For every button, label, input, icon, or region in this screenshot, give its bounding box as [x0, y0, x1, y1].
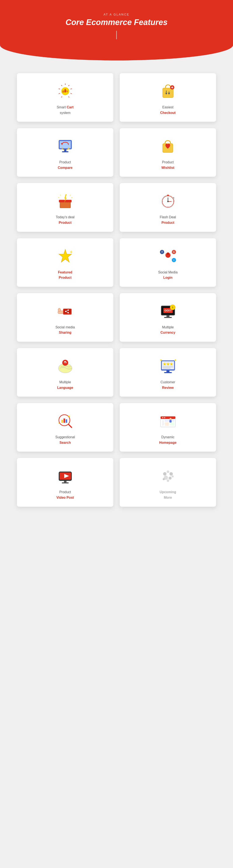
multiple-language-icon	[56, 356, 75, 376]
feature-card-social-login: f G t Social MediaLogin	[120, 238, 216, 287]
feature-card-upcoming-more: UpcomingMore	[120, 458, 216, 506]
svg-line-10	[61, 85, 62, 86]
svg-line-33	[58, 197, 59, 198]
feature-card-product-video: ProductVideo Post	[17, 458, 113, 506]
svg-rect-87	[166, 370, 169, 372]
customer-review-icon	[159, 356, 177, 376]
svg-point-125	[172, 475, 174, 477]
svg-line-6	[68, 96, 69, 97]
multiple-currency-label: MultipleCurrency	[160, 324, 175, 335]
svg-point-119	[167, 470, 169, 473]
svg-point-101	[164, 417, 165, 418]
svg-rect-110	[170, 422, 174, 426]
todays-deal-label: Today's dealProduct	[56, 214, 74, 225]
feature-card-flash-deal: Flash DealProduct	[120, 183, 216, 231]
svg-point-123	[167, 479, 169, 482]
svg-rect-92	[61, 420, 63, 423]
svg-rect-40	[167, 195, 169, 196]
svg-rect-13	[163, 88, 173, 98]
feature-card-featured-product: FeaturedProduct	[17, 238, 113, 287]
svg-marker-46	[59, 249, 72, 262]
svg-rect-117	[62, 483, 69, 484]
svg-line-32	[70, 195, 71, 196]
todays-deal-icon	[56, 191, 75, 211]
svg-point-120	[169, 472, 173, 475]
upcoming-more-label: UpcomingMore	[160, 489, 176, 500]
suggestional-search-icon	[56, 411, 75, 431]
feature-card-suggestional-search: SuggestionalSearch	[17, 403, 113, 452]
svg-rect-28	[60, 202, 70, 208]
feature-card-social-sharing: Social mediaSharing	[17, 293, 113, 342]
features-grid: BUY Smart Cartsystem	[0, 60, 233, 520]
svg-rect-25	[64, 149, 66, 151]
social-sharing-label: Social mediaSharing	[56, 324, 75, 335]
feature-card-customer-review: CustomerReview	[120, 348, 216, 397]
svg-rect-88	[164, 372, 172, 373]
svg-marker-90	[174, 359, 176, 361]
multiple-language-label: MultipleLanguage	[57, 379, 73, 390]
svg-text:$: $	[172, 306, 173, 309]
svg-rect-94	[66, 420, 67, 423]
svg-point-111	[169, 418, 172, 420]
product-wishlist-label: ProductWishlist	[161, 159, 174, 170]
feature-card-product-wishlist: ProductWishlist	[120, 128, 216, 177]
social-login-label: Social MediaLogin	[158, 270, 178, 280]
customer-review-label: CustomerReview	[161, 379, 175, 390]
feature-card-dynamic-homepage: DynamicHomepage	[120, 403, 216, 452]
svg-rect-116	[64, 480, 67, 483]
flash-deal-icon	[159, 191, 177, 211]
feature-card-todays-deal: Today's dealProduct	[17, 183, 113, 231]
smart-cart-icon: BUY	[56, 82, 75, 101]
svg-line-7	[61, 96, 62, 97]
product-video-label: ProductVideo Post	[56, 489, 74, 500]
svg-point-49	[167, 252, 169, 255]
header-divider	[116, 31, 117, 39]
header-section: AT A GLANCE Core Ecommerce Features	[0, 0, 233, 60]
svg-point-118	[163, 472, 166, 475]
smart-cart-label: Smart Cartsystem	[57, 104, 73, 115]
multiple-currency-icon: GO!!! $	[159, 302, 177, 321]
social-sharing-icon	[56, 302, 75, 321]
feature-card-easiest-checkout: EasiestCheckout	[120, 73, 216, 122]
svg-rect-93	[64, 418, 65, 423]
upcoming-more-icon	[159, 466, 177, 486]
svg-point-122	[169, 477, 172, 479]
social-login-icon: f G t	[159, 247, 177, 266]
svg-rect-73	[164, 317, 172, 318]
feature-card-multiple-language: MultipleLanguage	[17, 348, 113, 397]
svg-point-96	[68, 415, 70, 417]
product-video-icon	[56, 466, 75, 486]
flash-deal-label: Flash DealProduct	[160, 214, 176, 225]
svg-point-67	[58, 308, 61, 312]
svg-line-34	[71, 197, 72, 198]
feature-card-product-compare: ProductCompare	[17, 128, 113, 177]
svg-marker-47	[69, 250, 73, 254]
svg-line-9	[59, 89, 60, 89]
svg-rect-86	[163, 368, 170, 368]
dynamic-homepage-icon	[159, 411, 177, 431]
svg-line-5	[70, 93, 72, 94]
feature-card-smart-cart: BUY Smart Cartsystem	[17, 73, 113, 122]
header-title: Core Ecommerce Features	[4, 18, 229, 27]
product-wishlist-icon	[159, 136, 177, 156]
svg-line-31	[60, 195, 61, 196]
featured-product-icon	[56, 247, 75, 266]
svg-rect-72	[166, 315, 169, 317]
svg-point-100	[162, 417, 163, 418]
svg-line-8	[59, 93, 60, 94]
svg-point-39	[167, 201, 169, 202]
svg-point-124	[163, 478, 165, 480]
easiest-checkout-label: EasiestCheckout	[160, 104, 176, 115]
featured-product-label: FeaturedProduct	[58, 270, 72, 280]
dynamic-homepage-label: DynamicHomepage	[159, 434, 177, 445]
suggestional-search-label: SuggestionalSearch	[55, 434, 75, 445]
product-compare-label: ProductCompare	[58, 159, 72, 170]
svg-rect-26	[62, 151, 68, 152]
svg-line-95	[68, 424, 72, 427]
svg-text:GO!!!: GO!!!	[164, 309, 171, 312]
svg-line-58	[170, 257, 172, 259]
header-subtitle: AT A GLANCE	[4, 13, 229, 16]
svg-text:G: G	[173, 251, 175, 253]
svg-rect-112	[169, 420, 172, 423]
easiest-checkout-icon	[159, 82, 177, 101]
